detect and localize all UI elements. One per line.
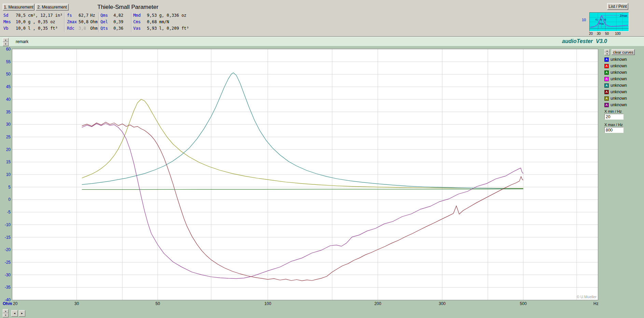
remark-spin-up-button[interactable]: ▲ [3, 38, 9, 42]
top-parameter-panel: 1. Measurement 2. Measurement Thiele-Sma… [0, 0, 644, 37]
remark-spin-down-button[interactable]: ▼ [3, 42, 9, 46]
y-axis-tick-label: 15 [0, 160, 11, 164]
left-arrow-icon: ◄ [13, 312, 16, 315]
parameter-rdc: Rdc3,8Ohm [67, 26, 98, 31]
legend-item-2[interactable]: Aunknown [604, 63, 627, 69]
y-axis-tick-label: 60 [0, 47, 11, 52]
scroll-left-button[interactable]: ◄ [11, 310, 18, 317]
y-axis-unit-label: Ohm [3, 301, 12, 306]
x-axis-tick-label: 300 [439, 301, 446, 306]
bottom-spin-up-button[interactable]: ▲ [3, 309, 9, 313]
panel-separator [98, 12, 99, 32]
thumbnail-y-tick: 10 [582, 18, 586, 22]
x-axis-unit-label: Hz [593, 301, 599, 306]
clear-curves-button[interactable]: clear curves [612, 49, 635, 55]
up-arrow-icon: ▲ [606, 50, 608, 52]
legend-label: unknown [611, 70, 627, 75]
legend-item-6[interactable]: Aunknown [604, 89, 627, 95]
y-axis-tick-label: 5 [0, 185, 11, 190]
legend-item-4[interactable]: Aunknown [604, 76, 627, 82]
parameter-cms: Cms0,68 mm/N [133, 19, 169, 25]
parameter-zmax: Zmax50,8Ohm [67, 19, 98, 25]
parameter-sd: Sd78,5 cm², 12,17 in² [3, 13, 63, 18]
thumbnail-diagram: Zmaxf1fsf2Rdc [590, 13, 629, 31]
list-print-button[interactable]: List / Print [607, 3, 628, 10]
legend-label: unknown [611, 64, 627, 68]
legend-item-8[interactable]: Aunknown [604, 102, 627, 108]
curve-swatch-icon: A [604, 83, 609, 88]
measurement-1-button[interactable]: 1. Measurement [3, 4, 35, 11]
up-arrow-icon: ▲ [5, 39, 7, 41]
legend-item-3[interactable]: Aunknown [604, 70, 627, 75]
down-arrow-icon: ▼ [606, 53, 608, 55]
y-axis-tick-label: 20 [0, 147, 11, 152]
right-arrow-icon: ► [21, 312, 24, 315]
svg-text:Rdc: Rdc [599, 22, 604, 25]
thumbnail-x-tick: 100 [615, 32, 621, 36]
parameter-mms: Mms10,0 g , 0,35 oz [3, 19, 55, 25]
legend-label: unknown [611, 102, 627, 107]
down-arrow-icon: ▼ [5, 43, 7, 45]
y-axis-tick-label: 10 [0, 172, 11, 177]
legend-spin-up-button[interactable]: ▲ [604, 49, 610, 52]
y-axis-tick-label: 50 [0, 72, 11, 77]
bottom-spin-down-button[interactable]: ▼ [3, 313, 9, 317]
parameter-vas: Vas5,93 l, 0,209 ft³ [133, 26, 189, 31]
curve-swatch-icon: A [604, 96, 609, 101]
x-min-input[interactable] [604, 114, 624, 120]
x-axis-tick-label: 50 [155, 301, 160, 306]
legend-label: unknown [611, 83, 627, 88]
legend-spin-down-button[interactable]: ▼ [604, 52, 610, 55]
legend-label: unknown [611, 77, 627, 81]
curve-swatch-icon: A [604, 57, 609, 62]
y-axis-tick-label: -15 [0, 235, 11, 240]
y-axis-tick-label: 55 [0, 59, 11, 64]
y-axis-tick-label: -35 [0, 285, 11, 290]
x-max-label: X max / Hz [604, 123, 623, 127]
chart-canvas [12, 49, 598, 300]
copyright-watermark: © U.Mueller [553, 295, 597, 299]
svg-text:Zmax: Zmax [620, 14, 628, 17]
x-min-label: X min / Hz [604, 109, 622, 113]
legend-item-5[interactable]: Aunknown [604, 83, 627, 88]
svg-text:f2: f2 [604, 18, 606, 21]
remark-bar: ▲ ▼ remark audioTester V3.0 [0, 37, 644, 46]
y-axis-tick-label: -25 [0, 260, 11, 265]
y-axis-tick-label: 40 [0, 97, 11, 102]
curve-swatch-icon: A [604, 103, 609, 107]
parameter-vb: Vb10,0 l , 0,35 ft³ [3, 26, 58, 31]
parameter-qel: Qel0,39 [100, 19, 123, 25]
x-max-input[interactable] [604, 127, 624, 133]
legend-spinner: ▲ ▼ [604, 49, 610, 55]
up-arrow-icon: ▲ [5, 310, 7, 312]
panel-separator [64, 12, 65, 32]
y-axis-tick-label: -30 [0, 273, 11, 277]
app-title: audioTester V3.0 [562, 38, 601, 44]
y-axis-tick-label: 0 [0, 197, 11, 202]
parameter-mmd: Mmd9,53 g, 0,336 oz [133, 13, 187, 18]
curve-swatch-icon: A [604, 77, 609, 81]
scroll-right-button[interactable]: ► [19, 310, 25, 317]
legend-item-1[interactable]: Aunknown [604, 57, 627, 62]
y-axis-tick-label: -20 [0, 247, 11, 252]
panel-separator [131, 12, 132, 32]
y-axis-tick-label: 35 [0, 110, 11, 114]
svg-text:f1: f1 [595, 18, 598, 21]
curve-swatch-icon: A [604, 70, 609, 75]
remark-label[interactable]: remark [16, 39, 28, 44]
thumbnail-x-tick: 30 [597, 32, 601, 36]
curve-swatch-icon: A [604, 64, 609, 68]
parameter-qms: Qms4,82 [100, 13, 123, 18]
parameter-qts: Qts0,36 [100, 26, 123, 31]
remark-spinner: ▲ ▼ [3, 38, 9, 46]
parameter-fs: fs62,7Hz [67, 13, 95, 18]
measurement-2-button[interactable]: 2. Measurement [36, 4, 69, 11]
legend-label: unknown [611, 57, 627, 62]
x-axis-tick-label: 20 [13, 301, 17, 306]
down-arrow-icon: ▼ [5, 314, 7, 316]
bottom-spinner: ▲ ▼ [3, 309, 9, 317]
x-axis-tick-label: 200 [374, 301, 381, 306]
legend-label: unknown [611, 89, 627, 94]
x-axis-tick-label: 500 [520, 301, 527, 306]
legend-item-7[interactable]: Aunknown [604, 96, 627, 101]
